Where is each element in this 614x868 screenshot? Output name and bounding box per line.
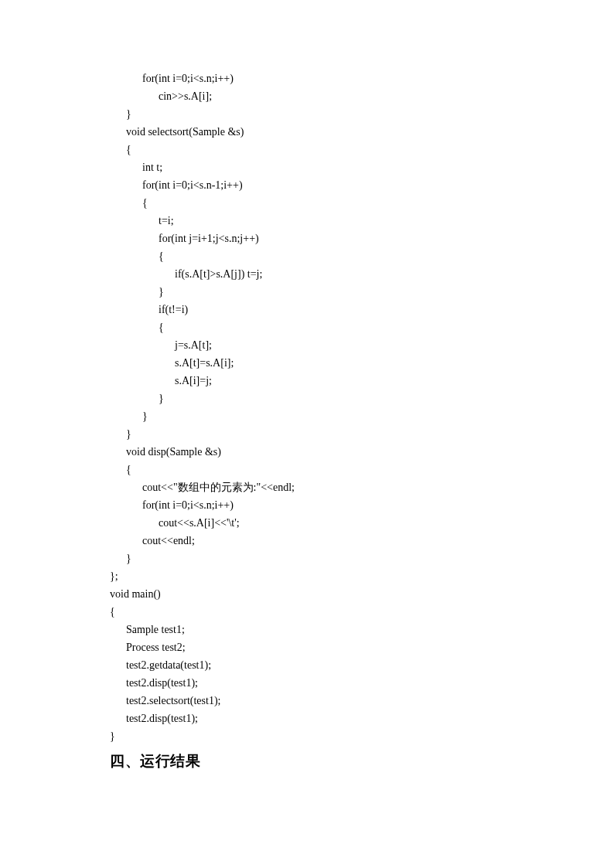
page-content: for(int i=0;i<s.n;i++) cin>>s.A[i]; } vo… [0, 0, 614, 769]
section-heading: 四、运行结果 [110, 754, 614, 769]
code-block: for(int i=0;i<s.n;i++) cin>>s.A[i]; } vo… [110, 70, 614, 745]
